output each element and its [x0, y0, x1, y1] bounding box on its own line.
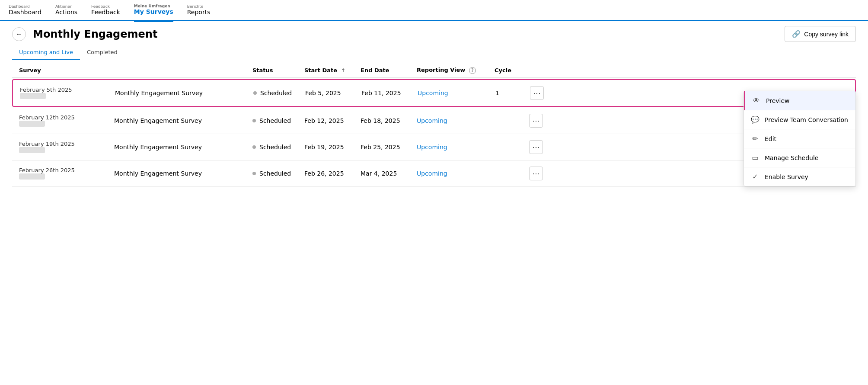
row4-blurred-chip	[19, 173, 45, 180]
table-row: February 12th 2025 Monthly Engagement Su…	[12, 108, 856, 134]
row3-end-date: Feb 25, 2025	[361, 144, 417, 151]
page-title-area: ← Monthly Engagement	[12, 27, 157, 41]
row4-more-button[interactable]: ⋯	[529, 167, 543, 180]
nav-my-surveys-small: Meine Umfragen	[134, 4, 173, 8]
preview-label: Preview	[766, 97, 790, 104]
manage-schedule-icon: ▭	[751, 154, 760, 162]
tab-completed[interactable]: Completed	[80, 45, 124, 60]
row3-reporting-link[interactable]: Upcoming	[417, 144, 447, 151]
nav-feedback-small: Feedback	[91, 5, 120, 9]
preview-team-icon: 💬	[751, 116, 760, 124]
row1-more-button[interactable]: ⋯	[530, 86, 544, 100]
row1-start-date: Feb 5, 2025	[305, 90, 361, 96]
col-header-cycle: Cycle	[495, 67, 529, 74]
enable-survey-icon: ✓	[751, 173, 760, 181]
context-menu-preview[interactable]: 👁 Preview	[744, 91, 855, 110]
row4-start-date: Feb 26, 2025	[304, 170, 361, 177]
row4-date: February 26th 2025	[19, 167, 114, 173]
row2-date: February 12th 2025	[19, 114, 114, 121]
row1-reporting: Upcoming	[418, 90, 495, 96]
row1-status-cell: Scheduled	[253, 90, 305, 96]
row3-date: February 19th 2025	[19, 141, 114, 147]
col-header-start-date: Start Date ↑	[304, 67, 361, 74]
page-header: ← Monthly Engagement 🔗 Copy survey link	[0, 21, 868, 42]
row1-date-area: February 5th 2025	[20, 87, 115, 99]
table-row: February 19th 2025 Monthly Engagement Su…	[12, 134, 856, 160]
nav-dashboard[interactable]: Dashboard Dashboard	[9, 0, 41, 22]
row3-blurred-chip	[19, 147, 45, 153]
row3-more-button[interactable]: ⋯	[529, 140, 543, 154]
row4-reporting: Upcoming	[417, 170, 495, 177]
main-content: ← Monthly Engagement 🔗 Copy survey link …	[0, 21, 868, 385]
row4-end-date: Mar 4, 2025	[361, 170, 417, 177]
nav-feedback[interactable]: Feedback Feedback	[91, 0, 120, 22]
row3-status-dot	[252, 145, 256, 149]
page-title: Monthly Engagement	[33, 28, 157, 40]
row1-status: Scheduled	[260, 90, 292, 96]
row1-end-date: Feb 11, 2025	[361, 90, 418, 96]
row2-status: Scheduled	[259, 117, 291, 124]
row1-date: February 5th 2025	[20, 87, 115, 93]
nav-actions-small: Aktionen	[55, 5, 77, 9]
row1-reporting-link[interactable]: Upcoming	[418, 90, 448, 96]
row3-reporting: Upcoming	[417, 144, 495, 151]
row3-status: Scheduled	[259, 144, 291, 151]
row2-end-date: Feb 18, 2025	[361, 117, 417, 124]
context-menu: 👁 Preview 💬 Preview Team Conversation ✏ …	[744, 91, 856, 186]
row2-more-button[interactable]: ⋯	[529, 114, 543, 128]
row3-name: Monthly Engagement Survey	[114, 144, 252, 151]
row4-status: Scheduled	[259, 170, 291, 177]
copy-link-label: Copy survey link	[804, 31, 849, 38]
row4-reporting-link[interactable]: Upcoming	[417, 170, 447, 177]
context-menu-edit[interactable]: ✏ Edit	[744, 129, 855, 148]
nav-reports-small: Berichte	[187, 5, 211, 9]
nav-my-surveys[interactable]: Meine Umfragen My Surveys	[134, 0, 173, 22]
row2-name: Monthly Engagement Survey	[114, 117, 252, 124]
tab-upcoming-live[interactable]: Upcoming and Live	[12, 45, 80, 60]
context-menu-manage-schedule[interactable]: ▭ Manage Schedule	[744, 148, 855, 167]
row4-status-dot	[252, 172, 256, 175]
row4-date-area: February 26th 2025	[19, 167, 114, 180]
edit-label: Edit	[765, 135, 776, 142]
row2-date-area: February 12th 2025	[19, 114, 114, 127]
nav-actions[interactable]: Aktionen Actions	[55, 0, 77, 22]
row3-more-actions: ⋯	[529, 140, 555, 154]
row1-cycle: 1	[495, 90, 530, 96]
context-menu-preview-team[interactable]: 💬 Preview Team Conversation	[744, 110, 855, 129]
back-button[interactable]: ←	[12, 27, 26, 41]
manage-schedule-label: Manage Schedule	[765, 154, 818, 161]
top-navigation: Dashboard Dashboard Aktionen Actions Fee…	[0, 0, 868, 21]
row2-reporting: Upcoming	[417, 117, 495, 124]
row2-start-date: Feb 12, 2025	[304, 117, 361, 124]
survey-table: Survey Status Start Date ↑ End Date Repo…	[0, 63, 868, 385]
row2-reporting-link[interactable]: Upcoming	[417, 117, 447, 124]
table-row: February 5th 2025 Monthly Engagement Sur…	[12, 79, 856, 107]
help-icon-reporting[interactable]: ?	[469, 67, 476, 74]
col-header-survey: Survey	[19, 67, 114, 74]
row1-blurred-chip	[20, 93, 46, 99]
row4-name: Monthly Engagement Survey	[114, 170, 252, 177]
row2-status-cell: Scheduled	[252, 117, 304, 124]
preview-team-label: Preview Team Conversation	[765, 116, 848, 123]
row4-status-cell: Scheduled	[252, 170, 304, 177]
row2-more-actions: ⋯	[529, 114, 555, 128]
row1-status-dot	[253, 91, 257, 95]
tabs-area: Upcoming and Live Completed	[0, 42, 868, 60]
row3-date-area: February 19th 2025	[19, 141, 114, 153]
row4-more-actions: ⋯	[529, 167, 555, 180]
row2-blurred-chip	[19, 121, 45, 127]
copy-survey-link-button[interactable]: 🔗 Copy survey link	[785, 26, 856, 42]
col-header-reporting-view: Reporting View ?	[417, 67, 495, 74]
table-row: February 26th 2025 Monthly Engagement Su…	[12, 160, 856, 187]
row3-status-cell: Scheduled	[252, 144, 304, 151]
table-header: Survey Status Start Date ↑ End Date Repo…	[12, 63, 856, 78]
nav-dashboard-small: Dashboard	[9, 5, 41, 9]
sort-icon-start-date: ↑	[341, 67, 345, 74]
row2-status-dot	[252, 119, 256, 122]
col-header-status: Status	[252, 67, 304, 74]
context-menu-enable-survey[interactable]: ✓ Enable Survey	[744, 167, 855, 186]
nav-reports[interactable]: Berichte Reports	[187, 0, 211, 22]
col-header-end-date: End Date	[361, 67, 417, 74]
edit-icon: ✏	[751, 135, 760, 143]
preview-icon: 👁	[752, 96, 761, 105]
